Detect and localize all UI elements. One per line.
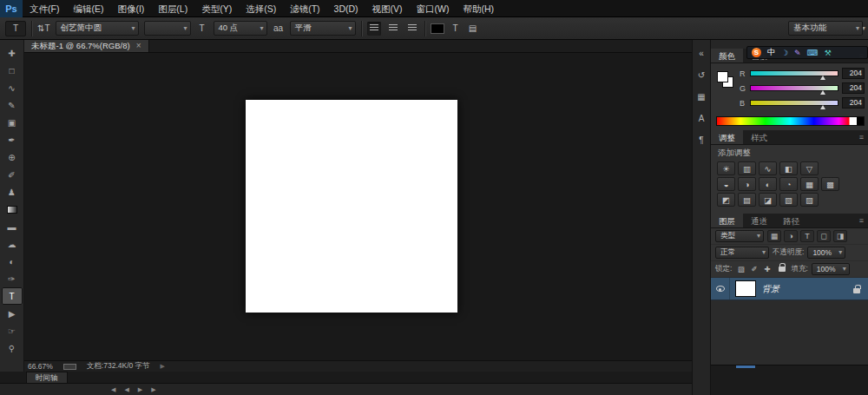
pen-tool[interactable]: ✑: [2, 270, 23, 287]
workspace-select[interactable]: 基本功能: [788, 21, 863, 36]
lock-image-pixels-icon[interactable]: ✐: [748, 264, 760, 275]
input-language-toggle[interactable]: 中: [767, 47, 775, 58]
panel-resize-accent[interactable]: [736, 365, 755, 368]
tool-preset-picker[interactable]: T: [5, 21, 26, 36]
text-color-swatch[interactable]: [431, 23, 444, 34]
lock-all-icon[interactable]: [776, 264, 787, 275]
lock-transparent-pixels-icon[interactable]: ▨: [735, 264, 746, 275]
panel-menu-icon[interactable]: ≡: [859, 214, 868, 227]
posterize-icon[interactable]: ▤: [738, 193, 756, 207]
menu-help[interactable]: 帮助(H): [457, 0, 502, 17]
menu-image[interactable]: 图像(I): [110, 0, 151, 17]
timeline-next-frame-icon[interactable]: ▶: [151, 386, 155, 393]
tab-styles[interactable]: 样式: [743, 130, 775, 144]
red-slider-thumb[interactable]: [820, 76, 825, 80]
tab-paths[interactable]: 路径: [775, 214, 807, 227]
menu-file[interactable]: 文件(F): [23, 0, 66, 17]
align-right-button[interactable]: [405, 22, 419, 36]
panel-menu-icon[interactable]: ≡: [859, 130, 868, 144]
vibrance-icon[interactable]: ▽: [800, 161, 819, 175]
tab-channels[interactable]: 通道: [743, 214, 775, 227]
hand-tool[interactable]: ☞: [2, 322, 23, 339]
eyedropper-tool[interactable]: ✒: [2, 131, 23, 148]
gradient-map-icon[interactable]: ▧: [779, 193, 798, 207]
fill-field[interactable]: 100%: [812, 263, 850, 275]
lock-position-icon[interactable]: ✚: [761, 264, 773, 275]
green-value-field[interactable]: 204: [842, 82, 865, 94]
zoom-tool[interactable]: ⚲: [2, 339, 23, 357]
menu-edit[interactable]: 编辑(E): [66, 0, 110, 17]
blur-tool[interactable]: ☁: [2, 235, 23, 253]
character-panel-icon[interactable]: A: [694, 112, 709, 125]
filter-shape-layers-icon[interactable]: ◻: [817, 230, 831, 242]
spot-healing-brush-tool[interactable]: ⊕: [2, 148, 23, 166]
color-lookup-icon[interactable]: ▩: [821, 177, 839, 191]
threshold-icon[interactable]: ◪: [759, 193, 777, 207]
levels-icon[interactable]: ▥: [738, 161, 756, 175]
menu-type[interactable]: 类型(Y): [194, 0, 239, 17]
channel-mixer-icon[interactable]: ▦: [800, 177, 819, 191]
filter-adjustment-layers-icon[interactable]: ◑: [784, 230, 798, 242]
horizontal-type-tool[interactable]: T: [2, 287, 23, 305]
blue-slider[interactable]: [750, 100, 838, 106]
menu-layer[interactable]: 图层(L): [151, 0, 194, 17]
red-slider[interactable]: [750, 70, 838, 76]
warp-text-icon[interactable]: T: [450, 22, 462, 36]
clone-stamp-tool[interactable]: ♟: [2, 183, 23, 201]
status-menu-arrow-icon[interactable]: ▶: [161, 363, 165, 370]
expand-panels-icon[interactable]: «: [694, 47, 709, 60]
crop-tool[interactable]: ▣: [2, 114, 23, 131]
align-center-button[interactable]: [386, 22, 400, 36]
toolbox-icon[interactable]: ⚒: [825, 49, 832, 57]
dodge-tool[interactable]: ◐: [2, 253, 23, 270]
brightness-contrast-icon[interactable]: ☀: [717, 161, 735, 175]
keyboard-icon[interactable]: ⌨: [807, 49, 819, 57]
filter-pixel-layers-icon[interactable]: ▦: [767, 230, 781, 242]
blue-slider-thumb[interactable]: [820, 105, 825, 109]
brush-tool[interactable]: ✐: [2, 166, 23, 183]
timeline-play-icon[interactable]: ▶: [138, 386, 142, 393]
color-balance-icon[interactable]: ◑: [738, 177, 756, 191]
font-size-select[interactable]: 40 点: [214, 21, 267, 36]
red-value-field[interactable]: 204: [842, 68, 865, 79]
black-white-icon[interactable]: ◐: [759, 177, 777, 191]
layer-thumbnail[interactable]: [735, 280, 756, 297]
exposure-icon[interactable]: ◧: [779, 161, 798, 175]
invert-icon[interactable]: ◩: [717, 193, 735, 207]
layer-filter-type-select[interactable]: 类型: [715, 230, 764, 242]
moon-icon[interactable]: ☽: [781, 49, 788, 57]
filter-smart-objects-icon[interactable]: ◨: [833, 230, 847, 242]
move-tool[interactable]: ✚: [2, 44, 23, 62]
tab-layers[interactable]: 图层: [711, 214, 743, 227]
hue-saturation-icon[interactable]: ◒: [717, 177, 735, 191]
align-left-button[interactable]: [367, 22, 381, 36]
green-slider-thumb[interactable]: [820, 90, 825, 95]
menu-window[interactable]: 窗口(W): [410, 0, 457, 17]
timeline-prev-frame-icon[interactable]: ◀: [124, 386, 128, 393]
timeline-tab[interactable]: 时间轴: [26, 372, 68, 383]
tab-color[interactable]: 颜色: [711, 49, 743, 63]
path-selection-tool[interactable]: ▶: [2, 305, 23, 322]
blend-mode-select[interactable]: 正常: [715, 247, 769, 259]
toggle-panels-icon[interactable]: ▤: [467, 22, 479, 36]
close-icon[interactable]: ×: [136, 42, 141, 50]
lasso-tool[interactable]: ∿: [2, 79, 23, 96]
color-spectrum-ramp[interactable]: [716, 116, 865, 126]
timeline-first-frame-icon[interactable]: ◀: [111, 386, 115, 393]
menu-view[interactable]: 视图(V): [365, 0, 410, 17]
layer-row-background[interactable]: 背景: [711, 278, 868, 300]
quick-selection-tool[interactable]: ✎: [2, 96, 23, 114]
document-tab[interactable]: 未标题-1 @ 66.7%(RGB/8) ×: [24, 40, 149, 52]
zoom-level-field[interactable]: 66.67%: [28, 362, 53, 371]
menu-3d[interactable]: 3D(D): [327, 0, 365, 17]
canvas[interactable]: [246, 100, 457, 313]
sogou-logo[interactable]: S: [752, 48, 761, 57]
rectangular-marquee-tool[interactable]: □: [2, 62, 23, 79]
history-panel-icon[interactable]: ↺: [694, 69, 709, 82]
font-style-select[interactable]: [144, 21, 191, 36]
foreground-background-swatches[interactable]: [717, 71, 736, 90]
menu-filter[interactable]: 滤镜(T): [283, 0, 326, 17]
selective-color-icon[interactable]: ▨: [800, 193, 819, 207]
layer-visibility-toggle[interactable]: [711, 278, 730, 300]
anti-alias-select[interactable]: 平滑: [290, 21, 356, 36]
